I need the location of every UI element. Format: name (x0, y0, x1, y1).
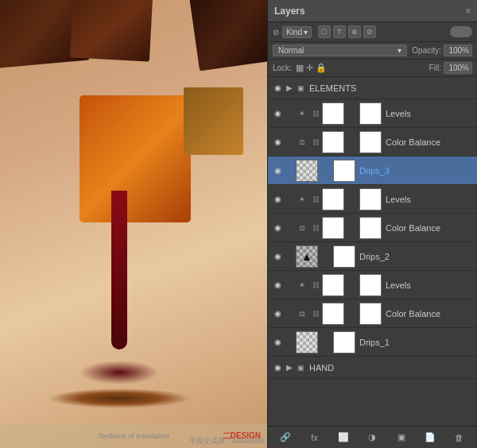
drip-effect (111, 191, 127, 350)
hand-group-arrow[interactable]: ▶ (286, 363, 293, 372)
levels-2-chain: ⛓ (311, 193, 320, 206)
color-balance-1-name: Color Balance (386, 137, 474, 147)
panel-header: Layers ≡ (268, 0, 477, 22)
levels-3-row[interactable]: ◉ ☀ ⛓ Levels (268, 271, 477, 299)
levels-2-link (348, 193, 358, 206)
levels-1-eye-icon[interactable]: ◉ (271, 107, 284, 120)
hand-eye-icon[interactable]: ◉ (271, 361, 284, 374)
color-balance-3-chain: ⛓ (311, 307, 320, 320)
elements-group-arrow[interactable]: ▶ (286, 83, 293, 92)
drips-2-mask (333, 245, 355, 268)
chocolate-top-right (188, 0, 267, 71)
drips-1-mask (333, 331, 355, 353)
levels-2-row[interactable]: ◉ ☀ ⛓ Levels (268, 185, 477, 214)
color-balance-1-row[interactable]: ◉ ⚖ ⛓ Color Balance (268, 128, 477, 156)
drips-2-thumb: ▲ (296, 245, 318, 268)
kind-dropdown[interactable]: Kind ▾ (282, 26, 312, 38)
letter-block-center (80, 95, 191, 222)
elements-eye-icon[interactable]: ◉ (271, 82, 284, 95)
new-layer-button[interactable]: 📄 (421, 429, 439, 446)
filter-adjust-icon[interactable]: ⊘ (363, 25, 376, 38)
letter-right (184, 87, 243, 155)
panel-menu-icon[interactable]: ≡ (466, 6, 471, 15)
panel-toolbar: 🔗 fx ⬜ ◑ ▣ 📄 🗑 (268, 426, 477, 448)
levels-3-thumb (322, 274, 344, 296)
opacity-input[interactable]: 100% (444, 44, 472, 56)
levels-1-fx-icon: ☀ (296, 107, 308, 120)
drips-3-row[interactable]: ◉ Drips_3 (268, 156, 477, 185)
blend-mode-dropdown[interactable]: Normal ▾ (273, 44, 407, 56)
fill-row: Fill: 100% (429, 62, 472, 74)
lock-icons: ▦ ✛ 🔒 (296, 63, 327, 73)
color-balance-3-eye[interactable]: ◉ (271, 307, 284, 320)
levels-3-chain: ⛓ (311, 279, 320, 292)
blend-mode-label: Normal (278, 46, 304, 55)
color-balance-1-link (348, 136, 358, 149)
add-adjustment-button[interactable]: ◑ (363, 429, 381, 446)
color-balance-3-row[interactable]: ◉ ⚖ ⛓ Color Balance (268, 299, 477, 328)
drips-2-eye[interactable]: ◉ (271, 250, 284, 263)
levels-1-row[interactable]: ◉ ☀ ⛓ Levels (268, 99, 477, 128)
color-balance-3-name: Color Balance (386, 309, 474, 319)
drips-2-row[interactable]: ◉ ▲ Drips_2 (268, 242, 477, 271)
levels-3-mask (359, 274, 382, 296)
drips-3-name: Drips_3 (359, 166, 474, 176)
layer-fx-button[interactable]: fx (306, 429, 324, 446)
kind-bar: ⊘ Kind ▾ ⬡ T ⊕ ⊘ (268, 22, 477, 42)
fill-label: Fill: (429, 64, 441, 72)
drips-1-thumb (296, 331, 318, 353)
filter-text-icon[interactable]: T (333, 25, 346, 38)
levels-2-mask (359, 188, 382, 210)
levels-1-thumb (322, 102, 344, 125)
kind-dropdown-arrow: ▾ (304, 28, 308, 37)
lock-all-icon[interactable]: 🔒 (316, 63, 327, 73)
delete-layer-button[interactable]: 🗑 (451, 429, 468, 446)
color-balance-3-thumb (322, 303, 344, 325)
levels-3-eye[interactable]: ◉ (271, 279, 284, 292)
color-balance-1-chain: ⛓ (311, 136, 320, 149)
levels-1-chain-link (348, 107, 358, 120)
levels-2-thumb (322, 188, 344, 210)
drips-1-name: Drips_1 (359, 338, 474, 347)
color-balance-2-icon: ⚖ (296, 222, 308, 234)
lock-bar: Lock: ▦ ✛ 🔒 Fill: 100% (268, 60, 477, 77)
panel-title: Layers (274, 6, 305, 17)
elements-group-row[interactable]: ◉ ▶ ▣ ELEMENTS (268, 77, 477, 99)
color-balance-1-icon: ⚖ (296, 136, 308, 149)
filter-pixel-icon[interactable]: ⬡ (318, 25, 331, 38)
drips-1-row[interactable]: ◉ Drips_1 (268, 328, 477, 357)
new-group-button[interactable]: ▣ (393, 429, 410, 446)
watermark-qq: 平面交流群：43940608 (189, 436, 264, 446)
canvas-area: 二DESIGN Textbook of translation 平面交流群：43… (0, 0, 267, 448)
filter-icons: ⬡ T ⊕ ⊘ (318, 25, 376, 38)
color-balance-2-link (348, 222, 358, 234)
levels-2-eye[interactable]: ◉ (271, 193, 284, 206)
lock-position-icon[interactable]: ✛ (306, 63, 313, 73)
hand-group-row[interactable]: ◉ ▶ ▣ HAND (268, 357, 477, 379)
color-balance-1-thumb (322, 131, 344, 153)
link-layers-button[interactable]: 🔗 (277, 429, 294, 446)
color-balance-2-name: Color Balance (386, 223, 474, 233)
levels-3-icon: ☀ (296, 279, 308, 292)
color-balance-2-chain: ⛓ (311, 222, 320, 234)
add-mask-button[interactable]: ⬜ (335, 429, 352, 446)
drips-2-name: Drips_2 (359, 252, 474, 261)
drips-1-eye[interactable]: ◉ (271, 336, 284, 349)
drips-3-chain (322, 164, 332, 177)
drips-3-eye[interactable]: ◉ (271, 164, 284, 177)
color-balance-3-icon: ⚖ (296, 307, 308, 320)
color-balance-2-eye[interactable]: ◉ (271, 222, 284, 234)
chocolate-top-center (70, 0, 153, 62)
fill-input[interactable]: 100% (444, 62, 472, 74)
opacity-row: Opacity: 100% (412, 44, 472, 56)
filter-toggle[interactable] (450, 26, 472, 37)
lock-pixels-icon[interactable]: ▦ (296, 63, 304, 73)
color-balance-1-eye[interactable]: ◉ (271, 136, 284, 149)
color-balance-2-row[interactable]: ◉ ⚖ ⛓ Color Balance (268, 214, 477, 242)
filter-shape-icon[interactable]: ⊕ (348, 25, 361, 38)
layers-list: ◉ ▶ ▣ ELEMENTS ◉ ☀ ⛓ Levels ◉ ⚖ ⛓ Color … (268, 77, 477, 426)
drips-1-chain (322, 336, 332, 349)
levels-3-name: Levels (386, 280, 474, 290)
kind-label: ⊘ (273, 28, 279, 37)
color-balance-2-thumb (322, 217, 344, 239)
